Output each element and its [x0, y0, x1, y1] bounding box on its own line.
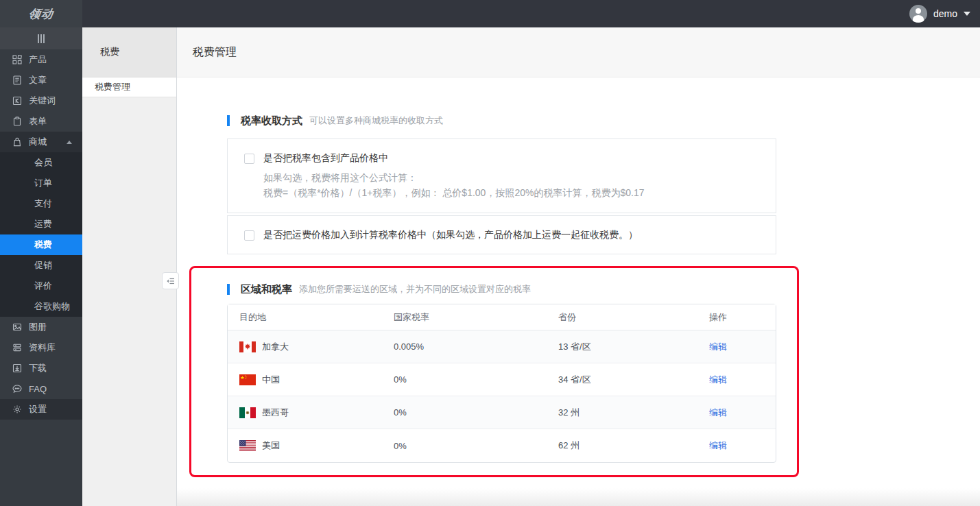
sidebar-item-FAQ[interactable]: FAQ	[0, 378, 82, 399]
sidebar-item-下载[interactable]: 下载	[0, 358, 82, 378]
tax-regions-table: 目的地国家税率省份操作 加拿大0.005%13 省/区编辑中国0%34 省/区编…	[227, 304, 776, 463]
country-tax-rate: 0%	[394, 396, 558, 429]
sidebar-item-label: 资料库	[29, 341, 56, 354]
edit-link[interactable]: 编辑	[709, 440, 727, 450]
china-flag	[239, 374, 256, 385]
table-column-header: 国家税率	[394, 304, 558, 330]
username: demo	[933, 8, 957, 19]
sidebar-subitem-会员[interactable]: 会员	[0, 152, 82, 173]
table-row: 美国0%62 州编辑	[228, 429, 776, 462]
option-checkbox[interactable]	[244, 230, 254, 241]
faq-icon	[12, 384, 22, 394]
grid-icon	[12, 55, 22, 65]
sidebar-subitem-运费[interactable]: 运费	[0, 214, 82, 234]
secondary-sidebar: 税费 税费管理	[82, 27, 177, 506]
sidebar-subitem-支付[interactable]: 支付	[0, 193, 82, 214]
sidebar-item-label: FAQ	[29, 384, 47, 394]
logo-text: 领动	[27, 6, 55, 22]
sidebar-collapse-button[interactable]	[0, 27, 82, 49]
province-count: 34 省/区	[558, 363, 709, 396]
province-count: 32 州	[558, 396, 709, 429]
edit-link[interactable]: 编辑	[709, 374, 727, 385]
sidebar-item-label: 表单	[29, 115, 47, 128]
sidebar-item-label: 下载	[29, 362, 47, 374]
country-tax-rate: 0.005%	[394, 330, 558, 363]
table-row: 中国0%34 省/区编辑	[228, 363, 776, 396]
section-regions-and-rates: 区域和税率 添加您所需要运送的区域，并为不同的区域设置对应的税率	[227, 282, 776, 297]
chevron-down-icon	[964, 12, 970, 16]
main-content: 税费管理 税率收取方式 可以设置多种商城税率的收取方式 是否把税率包含到产品价格…	[177, 27, 980, 506]
highlight-annotation-box: 区域和税率 添加您所需要运送的区域，并为不同的区域设置对应的税率 目的地国家税率…	[189, 266, 799, 477]
edit-link[interactable]: 编辑	[709, 341, 727, 352]
usa-flag	[239, 440, 256, 451]
download-icon	[12, 363, 22, 374]
chevron-up-icon	[67, 141, 72, 144]
country-name: 美国	[262, 440, 280, 450]
mexico-flag	[239, 407, 256, 418]
section-accent-bar	[227, 284, 230, 295]
sidebar-subitem-税费[interactable]: 税费	[0, 234, 82, 255]
option-help-text: 如果勾选，税费将用这个公式计算：税费=（税率*价格）/（1+税率），例如： 总价…	[263, 170, 759, 200]
sidebar-item-设置[interactable]: 设置	[0, 399, 82, 420]
album-icon	[12, 322, 22, 333]
sidebar-item-商城[interactable]: 商城	[0, 132, 82, 152]
collapse-panel-button[interactable]	[162, 272, 179, 289]
avatar[interactable]	[909, 5, 927, 23]
sidebar-subitem-促销[interactable]: 促销	[0, 255, 82, 276]
tax-option-box: 是否把运费价格加入到计算税率价格中（如果勾选，产品价格加上运费一起征收税费。）	[227, 215, 776, 254]
province-count: 62 州	[558, 429, 709, 462]
sidebar-item-label: 关键词	[29, 95, 56, 107]
country-tax-rate: 0%	[394, 363, 558, 396]
section-accent-bar	[227, 115, 230, 126]
country-name: 墨西哥	[262, 407, 289, 418]
user-menu[interactable]: demo	[909, 5, 980, 23]
page-title: 税费管理	[193, 45, 237, 60]
canada-flag	[239, 341, 256, 352]
sidebar-item-文章[interactable]: 文章	[0, 70, 82, 91]
country-name: 中国	[262, 374, 280, 385]
sidebar-item-label: 设置	[29, 403, 47, 415]
form-icon	[12, 117, 22, 127]
table-row: 墨西哥0%32 州编辑	[228, 396, 776, 429]
sidebar-item-表单[interactable]: 表单	[0, 111, 82, 132]
section-tax-collection-method: 税率收取方式 可以设置多种商城税率的收取方式	[227, 113, 980, 128]
sidebar-item-关键词[interactable]: 关键词	[0, 91, 82, 111]
primary-sidebar: 产品文章关键词表单商城会员订单支付运费税费促销评价谷歌购物图册资料库下载FAQ设…	[0, 27, 82, 506]
sidebar-item-label: 图册	[29, 321, 47, 333]
tax-options: 是否把税率包含到产品价格中如果勾选，税费将用这个公式计算：税费=（税率*价格）/…	[177, 138, 980, 254]
subsidebar-title: 税费	[82, 27, 176, 77]
table-column-header: 目的地	[228, 304, 394, 330]
sidebar-submenu: 会员订单支付运费税费促销评价谷歌购物	[0, 152, 82, 317]
country-tax-rate: 0%	[394, 429, 558, 462]
table-row: 加拿大0.005%13 省/区编辑	[228, 330, 776, 363]
vertical-bars-icon	[38, 34, 45, 43]
province-count: 13 省/区	[558, 330, 709, 363]
sidebar-item-label: 文章	[29, 74, 47, 86]
sidebar-subitem-谷歌购物[interactable]: 谷歌购物	[0, 296, 82, 317]
table-column-header: 省份	[558, 304, 709, 330]
subsidebar-item-tax-management[interactable]: 税费管理	[82, 77, 176, 97]
sidebar-subitem-评价[interactable]: 评价	[0, 276, 82, 296]
option-checkbox[interactable]	[244, 154, 254, 164]
sidebar-item-label: 产品	[29, 53, 47, 66]
sidebar-subitem-订单[interactable]: 订单	[0, 173, 82, 193]
article-icon	[12, 75, 22, 86]
library-icon	[12, 343, 22, 353]
sidebar-item-资料库[interactable]: 资料库	[0, 337, 82, 358]
option-label: 是否把税率包含到产品价格中	[263, 152, 388, 165]
sidebar-nav: 产品文章关键词表单商城会员订单支付运费税费促销评价谷歌购物图册资料库下载FAQ设…	[0, 49, 82, 420]
country-name: 加拿大	[262, 341, 289, 352]
page-header: 税费管理	[177, 27, 980, 77]
sidebar-item-图册[interactable]: 图册	[0, 317, 82, 337]
mall-icon	[12, 137, 22, 147]
app-logo: 领动	[0, 0, 82, 27]
gear-icon	[12, 405, 22, 415]
sidebar-item-产品[interactable]: 产品	[0, 49, 82, 70]
edit-link[interactable]: 编辑	[709, 407, 727, 418]
outdent-icon	[166, 276, 176, 286]
option-label: 是否把运费价格加入到计算税率价格中（如果勾选，产品价格加上运费一起征收税费。）	[263, 229, 638, 241]
top-bar: 领动 demo	[0, 0, 980, 27]
keyword-icon	[12, 96, 22, 106]
sidebar-item-label: 商城	[29, 136, 47, 148]
table-column-header: 操作	[709, 304, 776, 330]
